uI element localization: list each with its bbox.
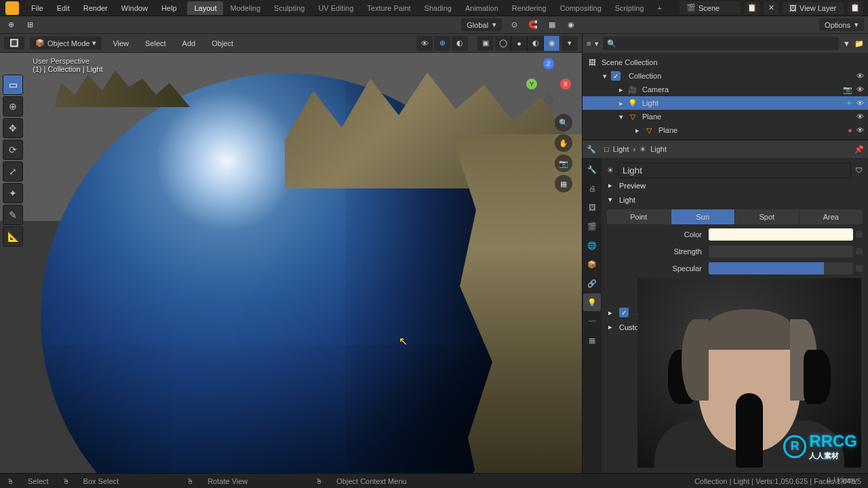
light-type-point[interactable]: Point — [607, 209, 671, 224]
selectability-filter-icon[interactable]: 👁 — [416, 36, 433, 51]
menu-render[interactable]: Render — [77, 1, 115, 15]
strength-value-input[interactable] — [709, 245, 853, 258]
tab-animation[interactable]: Animation — [458, 1, 505, 15]
ptab-texture[interactable]: ▦ — [583, 331, 601, 349]
tool-rotate[interactable]: ⟳ — [3, 140, 23, 160]
ptab-output[interactable]: 🖨 — [583, 180, 601, 197]
tab-rendering[interactable]: Rendering — [505, 1, 553, 15]
disclosure-icon[interactable]: ▾ — [603, 72, 607, 81]
viewlayer-selector[interactable]: 🖼 View Layer — [783, 2, 844, 14]
overlays-toggle-icon[interactable]: ◐ — [452, 36, 468, 51]
keyframe-dot-icon[interactable] — [856, 231, 863, 238]
menu-object[interactable]: Object — [206, 37, 239, 49]
scene-new-button[interactable]: 📋 — [745, 1, 760, 15]
menu-help[interactable]: Help — [155, 1, 184, 15]
tab-layout[interactable]: Layout — [187, 1, 223, 15]
shading-solid-button[interactable]: ● — [511, 36, 528, 51]
menu-edit[interactable]: Edit — [50, 1, 77, 15]
outliner-search-input[interactable]: 🔍 — [603, 37, 839, 50]
visibility-icon[interactable]: 👁 — [856, 113, 864, 121]
outliner-display-mode-icon[interactable]: ▾ — [595, 39, 599, 48]
menu-file[interactable]: File — [24, 1, 50, 15]
visibility-icon[interactable]: 👁 — [856, 99, 864, 107]
ptab-physics[interactable]: 〰 — [583, 312, 601, 330]
axis-neg[interactable] — [544, 95, 553, 104]
tab-modeling[interactable]: Modeling — [223, 1, 267, 15]
gizmo-toggle-icon[interactable]: ⊕ — [434, 36, 450, 51]
ptab-scene[interactable]: 🎬 — [583, 218, 601, 235]
tree-light[interactable]: ▸ 💡 Light ☀ 👁 — [583, 96, 868, 110]
disclosure-icon[interactable]: ▸ — [619, 99, 623, 108]
tab-shading[interactable]: Shading — [418, 1, 458, 15]
light-type-spot[interactable]: Spot — [735, 209, 799, 224]
tree-collection[interactable]: ▾ ✓ Collection 👁 — [583, 69, 868, 83]
light-type-sun[interactable]: Sun — [671, 209, 735, 224]
shading-matprev-button[interactable]: ◐ — [528, 36, 544, 51]
menu-select[interactable]: Select — [140, 37, 172, 49]
shield-icon[interactable]: 🛡 — [855, 166, 863, 174]
light-type-area[interactable]: Area — [800, 209, 863, 224]
keyframe-dot-icon[interactable] — [856, 265, 863, 272]
viewport-3d[interactable]: User Perspective (1) | Collection | Ligh… — [0, 53, 582, 473]
shading-wireframe-button[interactable]: ◯ — [495, 36, 511, 51]
datablock-name-input[interactable] — [618, 163, 851, 178]
tool-annotate[interactable]: ✎ — [3, 205, 23, 225]
scene-selector[interactable]: 🎬 Scene — [679, 1, 741, 14]
tree-scene-collection[interactable]: 🖽 Scene Collection — [583, 56, 868, 69]
mode-selector[interactable]: 📦 Object Mode ▾ — [30, 37, 102, 49]
editor-type-properties-icon[interactable]: 🔧 — [587, 145, 596, 154]
outliner-new-collection-icon[interactable]: 📁 — [854, 39, 864, 48]
tab-uv-editing[interactable]: UV Editing — [311, 1, 360, 15]
disclosure-icon[interactable]: ▸ — [635, 126, 639, 135]
menu-add[interactable]: Add — [177, 37, 201, 49]
ptab-data-light[interactable]: 💡 — [583, 293, 601, 311]
specular-slider[interactable] — [709, 262, 853, 274]
axis-y[interactable]: Y — [526, 79, 537, 89]
collection-enable-checkbox[interactable]: ✓ — [611, 71, 620, 81]
visibility-icon[interactable]: 👁 — [856, 126, 864, 134]
pivot-icon[interactable]: ⊙ — [507, 18, 521, 32]
keyframe-dot-icon[interactable] — [856, 248, 863, 255]
tool-measure[interactable]: 📐 — [3, 226, 23, 247]
cursor-pivot-icon[interactable]: ⊕ — [4, 18, 18, 32]
snap-icon[interactable]: 🧲 — [526, 18, 540, 32]
disclosure-icon[interactable]: ▸ — [619, 85, 623, 94]
pin-icon[interactable]: 📌 — [854, 145, 864, 154]
options-dropdown[interactable]: Options ▾ — [819, 18, 864, 31]
tab-scripting[interactable]: Scripting — [608, 1, 651, 15]
menu-window[interactable]: Window — [115, 1, 155, 15]
tree-camera[interactable]: ▸ 🎥 Camera 📷 👁 — [583, 83, 868, 96]
panel-preview[interactable]: ▸ Preview — [607, 178, 863, 192]
proportional-icon[interactable]: ◉ — [564, 18, 578, 32]
editor-type-outliner-icon[interactable]: ≡ — [587, 39, 591, 47]
nav-gizmo[interactable]: Z Y X — [525, 58, 572, 106]
menu-view[interactable]: View — [107, 37, 134, 49]
shading-rendered-button[interactable]: ◉ — [544, 36, 560, 51]
nav-zoom-icon[interactable]: 🔍 — [555, 114, 572, 131]
xray-toggle-icon[interactable]: ▣ — [477, 36, 494, 51]
outliner-filter-icon[interactable]: ▼ — [843, 39, 850, 47]
editor-type-selector[interactable]: 🔳 — [4, 37, 24, 49]
ptab-constraints[interactable]: 🔗 — [583, 274, 601, 292]
axis-x[interactable]: X — [560, 79, 571, 89]
ptab-viewlayer[interactable]: 🖼 — [583, 199, 601, 216]
color-swatch[interactable] — [709, 228, 853, 241]
scene-delete-button[interactable]: ✕ — [764, 1, 778, 15]
ptab-render[interactable]: 🔧 — [583, 161, 601, 178]
tool-move[interactable]: ✥ — [3, 118, 23, 138]
shadow-checkbox[interactable]: ✓ — [619, 308, 629, 317]
tab-compositing[interactable]: Compositing — [553, 1, 608, 15]
orientation-selector[interactable]: Global ▾ — [461, 18, 502, 31]
visibility-icon[interactable]: 👁 — [856, 72, 864, 80]
tool-transform[interactable]: ✦ — [3, 183, 23, 203]
nav-pan-icon[interactable]: ✋ — [555, 134, 572, 152]
ptab-world[interactable]: 🌐 — [583, 237, 601, 254]
tab-texture-paint[interactable]: Texture Paint — [360, 1, 417, 15]
nav-perspective-icon[interactable]: ▦ — [555, 175, 572, 192]
ptab-object[interactable]: 📦 — [583, 256, 601, 273]
tool-select-box[interactable]: ▭ — [3, 75, 23, 95]
snap-element-icon[interactable]: ▦ — [545, 18, 559, 32]
tool-cursor[interactable]: ⊕ — [3, 96, 23, 117]
visibility-icon[interactable]: 👁 — [856, 85, 864, 94]
tab-add[interactable]: + — [651, 1, 669, 15]
